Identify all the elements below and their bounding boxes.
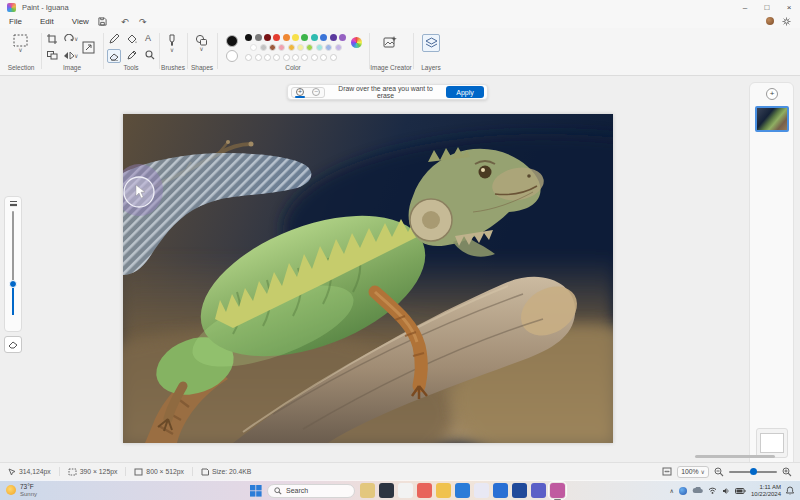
color-swatch[interactable] — [245, 34, 252, 41]
color-swatch[interactable] — [325, 44, 332, 51]
fill-icon[interactable] — [127, 34, 137, 44]
color-swatch[interactable] — [292, 34, 299, 41]
subtract-area-button[interactable]: − — [308, 88, 324, 97]
onedrive-cloud-icon[interactable] — [692, 487, 703, 494]
menu-item[interactable]: View — [63, 15, 98, 28]
selection-tool[interactable]: ∨ — [13, 34, 28, 53]
add-area-button[interactable]: + — [292, 88, 308, 97]
color-swatch[interactable] — [260, 44, 267, 51]
minimize-button[interactable]: – — [734, 0, 756, 15]
zoom-in-icon[interactable] — [782, 467, 792, 477]
layer-thumbnail-selected[interactable] — [755, 106, 789, 132]
brush-size-slider[interactable] — [4, 211, 22, 323]
color-swatch[interactable] — [273, 34, 280, 41]
taskbar-app-word[interactable] — [512, 483, 527, 498]
volume-icon[interactable] — [722, 487, 730, 495]
notification-bell-icon[interactable] — [786, 486, 794, 495]
custom-color-slot[interactable] — [273, 54, 280, 61]
crop-icon[interactable] — [47, 34, 57, 44]
custom-color-slot[interactable] — [311, 54, 318, 61]
color-swatch[interactable] — [255, 34, 262, 41]
color-swatch[interactable] — [339, 34, 346, 41]
taskbar-app-file-explorer[interactable] — [436, 483, 451, 498]
color-swatch[interactable] — [250, 44, 257, 51]
clock[interactable]: 1:11 AM 10/22/2024 — [751, 484, 781, 497]
menu-item[interactable]: Edit — [31, 15, 63, 28]
layers-button-selected[interactable] — [422, 34, 440, 52]
eyedropper-icon[interactable] — [127, 50, 137, 60]
custom-color-slot[interactable] — [320, 54, 327, 61]
start-button[interactable] — [250, 485, 262, 497]
battery-icon[interactable] — [735, 488, 746, 494]
custom-color-slot[interactable] — [264, 54, 271, 61]
rotate-icon[interactable]: ∨ — [64, 34, 78, 44]
taskbar-app-copilot[interactable] — [360, 483, 375, 498]
teams-tray-icon[interactable] — [679, 487, 687, 495]
custom-color-slot[interactable] — [301, 54, 308, 61]
horizontal-scrollbar[interactable] — [695, 455, 775, 458]
pencil-icon[interactable] — [109, 34, 119, 44]
resize-icon[interactable] — [82, 41, 95, 54]
eraser-tool-selected[interactable] — [107, 49, 121, 63]
color-swatch[interactable] — [288, 44, 295, 51]
zoom-slider-thumb[interactable] — [750, 468, 757, 475]
menu-item[interactable]: File — [0, 15, 31, 28]
fit-to-screen-icon[interactable] — [662, 467, 672, 476]
taskbar-app-teams[interactable] — [531, 483, 546, 498]
maximize-button[interactable]: □ — [756, 0, 778, 15]
custom-color-slot[interactable] — [245, 54, 252, 61]
color-swatch[interactable] — [269, 44, 276, 51]
color2-swatch[interactable] — [226, 50, 238, 62]
settings-gear-icon[interactable] — [782, 17, 791, 26]
redo-icon[interactable]: ↷ — [134, 17, 152, 27]
flip-icon[interactable]: ∨ — [64, 51, 78, 60]
zoom-out-icon[interactable] — [714, 467, 724, 477]
search-box[interactable]: Search — [267, 484, 355, 498]
color-swatch[interactable] — [311, 34, 318, 41]
zoom-level-dropdown[interactable]: 100% ∨ — [677, 466, 709, 478]
custom-color-slot[interactable] — [255, 54, 262, 61]
eraser-mode-button[interactable] — [4, 336, 22, 353]
shapes-tool[interactable]: ∨ — [195, 34, 208, 52]
color-swatch[interactable] — [335, 44, 342, 51]
close-button[interactable]: × — [778, 0, 800, 15]
color-swatch[interactable] — [320, 34, 327, 41]
custom-color-slot[interactable] — [283, 54, 290, 61]
wifi-icon[interactable] — [708, 487, 717, 494]
image-creator-icon[interactable] — [383, 36, 397, 49]
weather-widget[interactable]: 73°F Sunny — [0, 484, 250, 497]
select-image-icon[interactable] — [47, 51, 58, 60]
hidden-icons-chevron[interactable]: ∧ — [670, 487, 674, 494]
undo-icon[interactable]: ↶ — [116, 17, 134, 27]
text-tool-icon[interactable]: A — [145, 33, 151, 43]
color-swatch[interactable] — [297, 44, 304, 51]
taskbar-app-edge[interactable] — [455, 483, 470, 498]
custom-color-slot[interactable] — [292, 54, 299, 61]
color-swatch[interactable] — [316, 44, 323, 51]
color1-swatch[interactable] — [226, 35, 238, 47]
taskbar-app-terminal[interactable] — [379, 483, 394, 498]
account-avatar[interactable] — [766, 17, 774, 25]
custom-color-slot[interactable] — [330, 54, 337, 61]
color-swatch[interactable] — [330, 34, 337, 41]
taskbar-app-photos[interactable] — [417, 483, 432, 498]
slider-thumb[interactable] — [9, 280, 17, 288]
add-layer-button[interactable]: + — [766, 88, 778, 100]
background-layer-slot[interactable] — [756, 428, 788, 458]
color-swatch[interactable] — [306, 44, 313, 51]
apply-button[interactable]: Apply — [446, 86, 484, 98]
save-icon[interactable] — [98, 17, 116, 26]
edit-colors-wheel[interactable] — [351, 37, 362, 48]
taskbar-app-paint[interactable] — [550, 483, 565, 498]
magnifier-icon[interactable] — [145, 50, 155, 60]
color-swatch[interactable] — [301, 34, 308, 41]
paint-canvas[interactable] — [123, 114, 613, 443]
color-swatch[interactable] — [283, 34, 290, 41]
color-swatch[interactable] — [278, 44, 285, 51]
taskbar-app-notepad[interactable] — [398, 483, 413, 498]
zoom-slider[interactable] — [729, 467, 777, 477]
brushes-tool[interactable]: ∨ — [166, 34, 178, 53]
color-swatch[interactable] — [264, 34, 271, 41]
taskbar-app-outlook[interactable] — [493, 483, 508, 498]
taskbar-app-store[interactable] — [474, 483, 489, 498]
